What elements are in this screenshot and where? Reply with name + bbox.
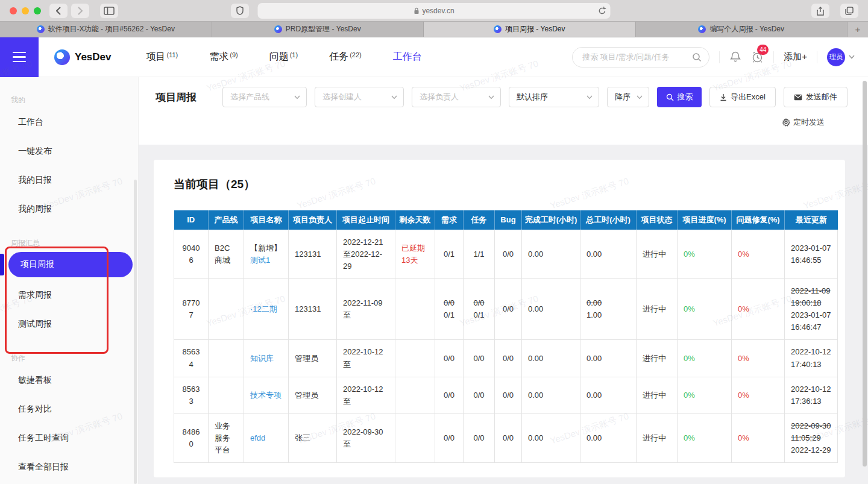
notification-bell-button[interactable] [729, 51, 741, 63]
sidebar-item[interactable]: 测试周报 [0, 310, 138, 339]
page-scrollbar[interactable] [863, 81, 867, 467]
column-header[interactable]: Bug [495, 210, 522, 230]
browser-tab-2[interactable]: PRD原型管理 - YesDev [212, 22, 424, 37]
nav-item-2[interactable]: 需求(9) [209, 51, 237, 63]
column-header[interactable]: 最近更新 [785, 210, 838, 230]
sidebar-item[interactable]: 工作台 [0, 108, 138, 137]
nav-item-1[interactable]: 项目(11) [146, 51, 178, 63]
reminder-clock-button[interactable]: 44 [751, 51, 764, 63]
close-window-button[interactable] [10, 7, 17, 14]
divider [817, 51, 817, 63]
nav-item-5[interactable]: 工作台 [393, 51, 422, 63]
send-email-button[interactable]: 发送邮件 [784, 87, 848, 107]
address-bar[interactable]: yesdev.cn [258, 3, 611, 19]
sidebar-item[interactable]: 敏捷看板 [0, 366, 138, 395]
project-link[interactable]: ·12二期 [250, 304, 277, 313]
browser-tab-1[interactable]: 软件项目-X功能 - 项目#56262 - YesDev [0, 22, 212, 37]
search-button[interactable]: 搜索 [657, 87, 702, 107]
sidebar-item[interactable]: 任务对比 [0, 395, 138, 424]
filter-row: 项目周报 选择产品线选择创建人选择负责人默认排序降序搜索导出Excel发送邮件 [156, 87, 856, 107]
cell-text: 业务服务平台 [215, 421, 230, 454]
menu-toggle-button[interactable] [0, 37, 39, 77]
export-excel-button[interactable]: 导出Excel [709, 87, 776, 107]
cell-text: 0/0 [503, 250, 514, 259]
column-header[interactable]: 完成工时(小时) [522, 210, 580, 230]
tab-bar: 软件项目-X功能 - 项目#56262 - YesDevPRD原型管理 - Ye… [0, 22, 868, 37]
table-cell: 0/0 [495, 230, 522, 278]
nav-item-4[interactable]: 任务(22) [329, 51, 362, 63]
sidebar-item[interactable]: 需求周报 [0, 281, 138, 310]
sidebar-toggle-button[interactable] [100, 4, 118, 18]
add-button[interactable]: 添加+ [784, 51, 807, 63]
new-tab-button[interactable]: + [848, 22, 868, 37]
chevron-down-icon [849, 55, 855, 59]
cell-text: 0.00 [528, 250, 543, 259]
minimize-window-button[interactable] [22, 7, 29, 14]
column-header[interactable]: 需求 [435, 210, 464, 230]
back-button[interactable] [49, 4, 68, 18]
reload-icon[interactable] [599, 6, 606, 15]
sidebar-item[interactable]: 我的周报 [0, 195, 138, 224]
column-header[interactable]: ID [174, 210, 209, 230]
cell-text: 123131 [295, 250, 321, 259]
project-link[interactable]: 测试1 [250, 256, 270, 265]
share-button[interactable] [811, 4, 829, 18]
sidebar-section: 我的工作台一键发布我的日报我的周报 [0, 95, 138, 224]
nav-count: (9) [230, 51, 237, 58]
project-link[interactable]: 技术专项 [250, 391, 281, 400]
tab-overview-button[interactable] [840, 4, 858, 18]
column-header[interactable]: 问题修复(%) [732, 210, 785, 230]
table-cell: 0.00 [580, 377, 637, 413]
column-header[interactable]: 产品线 [209, 210, 244, 230]
select-sort[interactable]: 默认排序 [509, 87, 599, 107]
privacy-report-button[interactable] [231, 4, 249, 18]
sidebar-item[interactable]: 任务工时查询 [0, 424, 138, 453]
column-header[interactable]: 剩余天数 [395, 210, 435, 230]
tabs-container: 软件项目-X功能 - 项目#56262 - YesDevPRD原型管理 - Ye… [0, 22, 848, 37]
column-header[interactable]: 项目名称 [244, 210, 289, 230]
cell-text: 进行中 [643, 304, 666, 313]
table-cell: 0% [732, 377, 785, 413]
project-link[interactable]: 知识库 [250, 354, 274, 363]
cell-text: 0% [684, 391, 695, 400]
browser-tab-3[interactable]: 项目周报 - YesDev [424, 22, 636, 37]
browser-tab-4[interactable]: 编写个人周报 - YesDev [636, 22, 848, 37]
select-owner[interactable]: 选择负责人 [412, 87, 501, 107]
global-search-input[interactable] [582, 52, 692, 61]
project-link[interactable]: efdd [250, 433, 265, 442]
table-cell: 0/00/1 [464, 278, 495, 340]
download-icon [720, 93, 727, 101]
zoom-window-button[interactable] [34, 7, 41, 14]
column-header[interactable]: 项目进度(%) [678, 210, 732, 230]
schedule-send-button[interactable]: 定时发送 [782, 117, 825, 128]
column-header[interactable]: 项目起止时间 [337, 210, 395, 230]
table-cell: 0.00 [522, 278, 580, 340]
table-cell: 2022-10-12 17:40:13 [785, 340, 838, 377]
select-order[interactable]: 降序 [607, 87, 649, 107]
column-header[interactable]: 任务 [464, 210, 495, 230]
sidebar-item[interactable]: 一键发布 [0, 137, 138, 166]
table-cell: 进行中 [637, 340, 678, 377]
select-creator[interactable]: 选择创建人 [315, 87, 404, 107]
forward-button[interactable] [71, 4, 89, 18]
chevron-down-icon [391, 95, 397, 99]
table-cell: 0.00 [522, 340, 580, 377]
cell-text: 0% [684, 354, 695, 363]
column-header[interactable]: 总工时(小时) [580, 210, 637, 230]
user-menu[interactable]: 理员 [827, 48, 855, 66]
notification-count-badge: 44 [757, 45, 769, 55]
column-header[interactable]: 项目负责人 [289, 210, 337, 230]
avatar: 理员 [827, 48, 845, 66]
select-product-line[interactable]: 选择产品线 [222, 87, 307, 107]
cell-text: 0% [738, 391, 749, 400]
column-header[interactable]: 项目状态 [637, 210, 678, 230]
sidebar-item[interactable]: 我的日报 [0, 166, 138, 195]
select-value: 选择产品线 [230, 92, 269, 102]
sidebar-item[interactable]: 查看全部日报 [0, 453, 138, 482]
nav-label: 问题 [269, 51, 289, 61]
table-cell: 张三 [289, 414, 337, 463]
nav-item-3[interactable]: 问题(1) [269, 51, 298, 63]
cell-text: 0.00 [587, 250, 602, 259]
app-logo[interactable]: YesDev [54, 49, 112, 65]
sidebar-item[interactable]: 项目周报 [8, 252, 133, 277]
